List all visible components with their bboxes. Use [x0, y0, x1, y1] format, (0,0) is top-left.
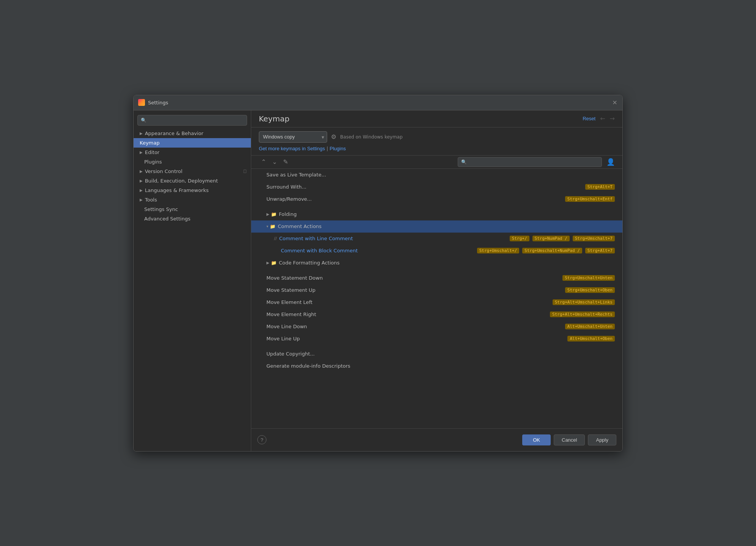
app-icon [138, 99, 145, 106]
shortcut-tag: Strg+Alt+T [585, 184, 615, 190]
separator: | [326, 146, 328, 151]
sidebar-item-keymap[interactable]: Keymap [134, 138, 251, 148]
sidebar-item-languages[interactable]: ▶ Languages & Frameworks [134, 186, 251, 195]
action-label: Move Element Right [266, 312, 548, 317]
sidebar-item-label: Appearance & Behavior [145, 131, 203, 136]
folder-label: Code Formatting Actions [279, 260, 615, 266]
shortcuts-group: Strg+Umschalt+Oben [564, 287, 615, 293]
sidebar-item-tools[interactable]: ▶ Tools [134, 195, 251, 205]
cancel-button[interactable]: Cancel [554, 434, 585, 445]
sidebar-item-version-control[interactable]: ▶ Version Control ⎕ [134, 167, 251, 176]
back-arrow-icon[interactable]: ← [600, 115, 605, 122]
sidebar-item-label: Plugins [144, 159, 162, 165]
folder-label: Comment Actions [278, 223, 615, 229]
plugins-link[interactable]: Plugins [330, 146, 346, 151]
separator [251, 205, 622, 208]
get-more-keymaps-link[interactable]: Get more keymaps in Settings [259, 146, 325, 151]
collapse-all-button[interactable]: ⌄ [270, 157, 279, 166]
sidebar-item-editor[interactable]: ▶ Editor [134, 148, 251, 157]
shortcuts-group: Alt+Umschalt+Oben [566, 336, 615, 341]
right-panel: Keymap Reset ← → Windows copy ⚙ Based o [251, 110, 622, 451]
chevron-right-icon: ▶ [140, 169, 143, 173]
tree-row[interactable]: Surround With... Strg+Alt+T [251, 181, 622, 193]
tree-row-update-copyright[interactable]: Update Copyright... [251, 348, 622, 360]
edit-button[interactable]: ✎ [281, 157, 290, 166]
shortcut-tag: Strg+/ [510, 236, 529, 241]
shortcut-tag: Strg+NumPad / [532, 236, 570, 241]
tree-row-move-line-up[interactable]: Move Line Up Alt+Umschalt+Oben [251, 333, 622, 345]
shortcut-tag: Strg+Umschalt+7 [573, 236, 615, 241]
tree-row-move-statement-down[interactable]: Move Statement Down Strg+Umschalt+Unten [251, 272, 622, 284]
shortcut-tag: Strg+Umschalt+/ [477, 248, 519, 253]
tree-row-folding[interactable]: ▶ 📁 Folding [251, 208, 622, 220]
shortcut-tag: Strg+Umschalt+Oben [565, 287, 615, 293]
titlebar-title: Settings [148, 100, 612, 105]
tree-row-code-formatting[interactable]: ▶ 📁 Code Formatting Actions [251, 257, 622, 269]
close-button[interactable]: ✕ [612, 99, 618, 105]
sidebar-item-advanced-settings[interactable]: Advanced Settings [134, 214, 251, 223]
sidebar-item-label: Languages & Frameworks [145, 187, 209, 193]
shortcut-tag: Strg+Alt+Umschalt+Links [553, 299, 615, 305]
help-button[interactable]: ? [257, 435, 266, 444]
main-content: 🔍 ▶ Appearance & Behavior Keymap ▶ Edito… [134, 110, 622, 451]
apply-button[interactable]: Apply [588, 434, 616, 445]
sidebar-item-settings-sync[interactable]: Settings Sync [134, 205, 251, 214]
sidebar-item-plugins[interactable]: Plugins [134, 157, 251, 167]
sidebar-item-build[interactable]: ▶ Build, Execution, Deployment [134, 176, 251, 186]
shortcut-tag: Alt+Umschalt+Unten [565, 324, 615, 329]
shortcuts-group: Strg+Umschalt+/ Strg+Umschalt+NumPad / S… [476, 248, 615, 253]
forward-arrow-icon[interactable]: → [610, 115, 615, 122]
action-label: Move Element Left [266, 299, 551, 305]
expand-all-button[interactable]: ⌃ [259, 157, 268, 166]
sidebar-item-label: Build, Execution, Deployment [145, 178, 218, 184]
keymap-search-input[interactable]: 🔍 [458, 157, 602, 167]
chevron-right-icon: ▶ [140, 150, 143, 154]
tree-row-move-element-left[interactable]: Move Element Left Strg+Alt+Umschalt+Link… [251, 296, 622, 308]
sidebar-search[interactable]: 🔍 [137, 115, 247, 126]
shortcuts-group: Alt+Umschalt+Unten [564, 324, 615, 329]
action-label: Move Line Down [266, 324, 564, 329]
sidebar-item-label: Advanced Settings [144, 216, 191, 222]
shortcut-tag: Strg+Alt+Umschalt+Rechts [550, 312, 615, 317]
tree-row[interactable]: Unwrap/Remove... Strg+Umschalt+Entf [251, 193, 622, 205]
shortcuts-group: Strg+Umschalt+Unten [561, 275, 615, 281]
shortcut-tag: Alt+Umschalt+Oben [567, 336, 615, 341]
action-label: Move Line Up [266, 336, 566, 341]
shortcuts-group: Strg+Alt+T [584, 184, 615, 190]
person-icon[interactable]: 👤 [606, 158, 615, 166]
reset-button[interactable]: Reset [583, 116, 595, 121]
action-label: Generate module-info Descriptors [266, 363, 615, 369]
keymap-row2: Get more keymaps in Settings | Plugins [259, 146, 615, 151]
toolbar: ⌃ ⌄ ✎ 🔍 👤 [251, 156, 622, 169]
tree-row-move-statement-up[interactable]: Move Statement Up Strg+Umschalt+Oben [251, 284, 622, 296]
sidebar-item-label: Settings Sync [144, 206, 178, 212]
keymap-select[interactable]: Windows copy [259, 131, 327, 143]
content-area[interactable]: Save as Live Template... Surround With..… [251, 169, 622, 428]
chevron-right-icon: ▶ [140, 188, 143, 192]
sidebar-item-label: Tools [145, 197, 157, 203]
sidebar-item-appearance[interactable]: ▶ Appearance & Behavior [134, 129, 251, 138]
version-control-badge: ⎕ [244, 169, 246, 174]
shortcut-tag: Strg+Umschalt+NumPad / [522, 248, 582, 253]
tree-row-comment-line[interactable]: // Comment with Line Comment Strg+/ Strg… [251, 233, 622, 245]
tree-row[interactable]: Save as Live Template... [251, 169, 622, 181]
tree-row-generate-module[interactable]: Generate module-info Descriptors [251, 360, 622, 372]
tree-row-move-element-right[interactable]: Move Element Right Strg+Alt+Umschalt+Rec… [251, 308, 622, 321]
search-icon: 🔍 [141, 118, 146, 123]
shortcuts-group: Strg+Alt+Umschalt+Links [551, 299, 615, 305]
tree-row-move-line-down[interactable]: Move Line Down Alt+Umschalt+Unten [251, 321, 622, 333]
chevron-right-icon: ▶ [140, 131, 143, 135]
ok-button[interactable]: OK [522, 434, 551, 445]
shortcut-tag: Strg+Umschalt+Unten [562, 275, 615, 281]
shortcuts-group: Strg+Alt+Umschalt+Rechts [548, 312, 615, 317]
search-icon: 🔍 [461, 159, 467, 165]
tree-row-comment-block[interactable]: Comment with Block Comment Strg+Umschalt… [251, 245, 622, 257]
chevron-right-icon: ▶ [266, 261, 269, 265]
chevron-right-icon: ▶ [140, 198, 143, 202]
comment-line-icon: // [274, 236, 277, 241]
tree-row-comment-actions[interactable]: ▾ 📁 Comment Actions [251, 220, 622, 233]
folder-icon: 📁 [271, 260, 277, 266]
shortcut-tag: Strg+Umschalt+Entf [565, 196, 615, 202]
gear-icon[interactable]: ⚙ [331, 133, 336, 140]
action-label: Surround With... [266, 184, 584, 190]
